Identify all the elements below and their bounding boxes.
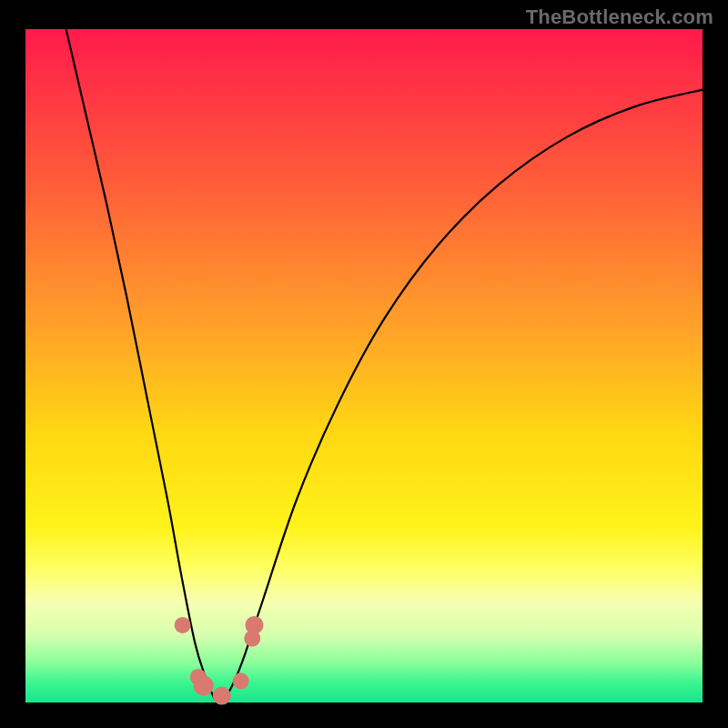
plot-area <box>25 29 703 703</box>
highlight-dot <box>245 616 263 634</box>
watermark-text: TheBottleneck.com <box>526 5 713 29</box>
outer-frame: TheBottleneck.com <box>0 0 728 728</box>
curve-right-branch <box>218 90 703 703</box>
highlight-dot <box>175 617 191 633</box>
curve-left-branch <box>66 29 218 703</box>
highlight-dot <box>233 672 249 689</box>
highlight-markers <box>175 616 264 705</box>
chart-svg <box>25 29 703 703</box>
highlight-dot <box>194 676 214 696</box>
highlight-dot <box>213 687 231 705</box>
